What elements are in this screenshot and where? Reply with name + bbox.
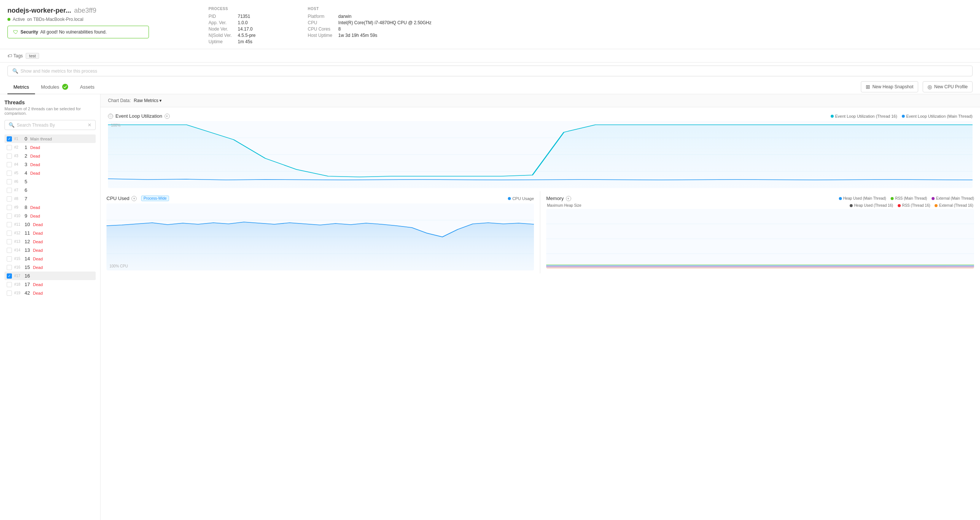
thread-num: #8: [14, 197, 22, 201]
top-header: nodejs-worker-per... abe3ff9 Active on T…: [0, 0, 980, 49]
memory-chart-header: Memory ▾ Heap Used (Main Thread)RSS (Mai…: [546, 196, 974, 201]
legend-label: CPU Usage: [512, 196, 534, 201]
thread-item[interactable]: #1615Dead: [5, 263, 96, 271]
thread-label: Main thread: [30, 137, 52, 141]
process-id: abe3ff9: [74, 7, 96, 14]
thread-item[interactable]: #10Main thread: [5, 134, 96, 143]
threads-subtitle: Maximum of 2 threads can be selected for…: [5, 107, 96, 115]
thread-item[interactable]: #76: [5, 186, 96, 195]
legend-dot: [932, 197, 935, 200]
shield-icon: 🛡: [13, 29, 18, 35]
thread-item[interactable]: #1716: [5, 271, 96, 280]
thread-item[interactable]: #1817Dead: [5, 280, 96, 289]
tag-icon: 🏷: [8, 53, 12, 59]
chart-data-label: Chart Data:: [108, 98, 131, 103]
memory-chart-title: Memory ▾: [546, 196, 571, 201]
new-heap-snapshot-button[interactable]: ⊞ New Heap Snapshot: [861, 81, 918, 93]
thread-checkbox[interactable]: [7, 179, 12, 184]
thread-dead-label: Dead: [30, 214, 40, 218]
legend-label: RSS (Thread 16): [902, 203, 931, 207]
thread-id: 10: [25, 222, 30, 227]
thread-checkbox[interactable]: [7, 196, 12, 201]
process-field-key: Node Ver.: [208, 26, 232, 32]
thread-dead-label: Dead: [33, 239, 43, 244]
thread-item[interactable]: #1211Dead: [5, 229, 96, 237]
thread-checkbox[interactable]: [7, 153, 12, 159]
thread-item[interactable]: #65: [5, 177, 96, 186]
thread-item[interactable]: #54Dead: [5, 169, 96, 177]
legend-item: External (Thread 16): [935, 203, 973, 207]
legend-label: External (Main Thread): [936, 196, 974, 200]
process-field-value: 4.5.5-pre: [237, 33, 255, 38]
new-cpu-profile-button[interactable]: ◎ New CPU Profile: [923, 81, 972, 93]
event-loop-info-icon[interactable]: ⓘ: [108, 113, 113, 119]
legend-label: Event Loop Utilization (Thread 16): [835, 114, 897, 118]
thread-item[interactable]: #87: [5, 195, 96, 203]
legend-dot: [508, 197, 511, 200]
thread-item[interactable]: #1514Dead: [5, 254, 96, 263]
cpu-chart-header: CPU Used ▾ Process-Wide CPU Usage: [107, 196, 534, 201]
thread-checkbox[interactable]: [7, 205, 12, 210]
legend-item: CPU Usage: [508, 196, 534, 201]
thread-dead-label: Dead: [30, 163, 40, 167]
thread-checkbox[interactable]: [7, 265, 12, 270]
chart-data-select[interactable]: Raw Metrics ▾: [134, 98, 162, 103]
tags-label: 🏷 Tags: [8, 53, 23, 59]
thread-item[interactable]: #1110Dead: [5, 220, 96, 229]
threads-clear-icon[interactable]: ✕: [88, 122, 92, 128]
legend-label: Heap Used (Thread 16): [854, 203, 893, 207]
thread-item[interactable]: #1312Dead: [5, 237, 96, 246]
thread-checkbox[interactable]: [7, 282, 12, 287]
event-loop-title: ⓘ Event Loop Utilization ▾: [108, 113, 170, 119]
thread-checkbox[interactable]: [7, 171, 12, 176]
thread-checkbox[interactable]: [7, 222, 12, 227]
tab-metrics[interactable]: Metrics: [8, 80, 35, 94]
legend-label: Heap Used (Main Thread): [843, 196, 886, 200]
thread-checkbox[interactable]: [7, 273, 12, 279]
legend-item: Event Loop Utilization (Thread 16): [831, 114, 897, 118]
threads-title: Threads: [5, 99, 96, 105]
thread-id: 3: [25, 162, 27, 167]
thread-id: 17: [25, 282, 30, 287]
metrics-search-bar[interactable]: 🔍: [8, 65, 972, 77]
thread-num: #10: [14, 214, 22, 218]
threads-search-input[interactable]: [17, 123, 85, 128]
thread-dead-label: Dead: [33, 222, 43, 227]
thread-checkbox[interactable]: [7, 188, 12, 193]
thread-id: 0: [25, 136, 27, 142]
process-field-key: N|Solid Ver.: [208, 33, 232, 38]
metrics-search-input[interactable]: [21, 69, 968, 74]
thread-checkbox[interactable]: [7, 239, 12, 244]
thread-item[interactable]: #1413Dead: [5, 246, 96, 254]
thread-checkbox[interactable]: [7, 231, 12, 236]
host-text: on TBDs-MacBook-Pro.local: [27, 17, 83, 22]
thread-item[interactable]: #32Dead: [5, 152, 96, 160]
thread-item[interactable]: #21Dead: [5, 143, 96, 152]
thread-checkbox[interactable]: [7, 145, 12, 150]
thread-item[interactable]: #1942Dead: [5, 289, 96, 297]
cpu-info-icon[interactable]: ▾: [131, 196, 137, 201]
memory-info-icon[interactable]: ▾: [566, 196, 571, 201]
thread-id: 1: [25, 145, 27, 150]
threads-search-box[interactable]: 🔍 ✕: [5, 120, 96, 130]
thread-item[interactable]: #43Dead: [5, 160, 96, 169]
bottom-charts: CPU Used ▾ Process-Wide CPU Usage 100% C…: [100, 191, 980, 273]
security-label: Security: [21, 29, 38, 35]
event-loop-options-icon[interactable]: ▾: [165, 113, 170, 119]
thread-checkbox[interactable]: [7, 290, 12, 296]
tab-modules[interactable]: Modules: [35, 79, 74, 94]
thread-num: #3: [14, 154, 22, 158]
process-field-key: App. Ver.: [208, 20, 232, 26]
process-wide-badge: Process-Wide: [141, 196, 169, 201]
thread-checkbox[interactable]: [7, 248, 12, 253]
thread-id: 15: [25, 265, 30, 270]
thread-checkbox[interactable]: [7, 256, 12, 262]
cpu-chart: 100% CPU: [107, 203, 534, 270]
thread-item[interactable]: #98Dead: [5, 203, 96, 212]
thread-id: 2: [25, 153, 27, 159]
thread-item[interactable]: #109Dead: [5, 212, 96, 220]
thread-checkbox[interactable]: [7, 162, 12, 167]
thread-checkbox[interactable]: [7, 136, 12, 142]
thread-checkbox[interactable]: [7, 214, 12, 219]
tab-assets[interactable]: Assets: [74, 80, 100, 94]
